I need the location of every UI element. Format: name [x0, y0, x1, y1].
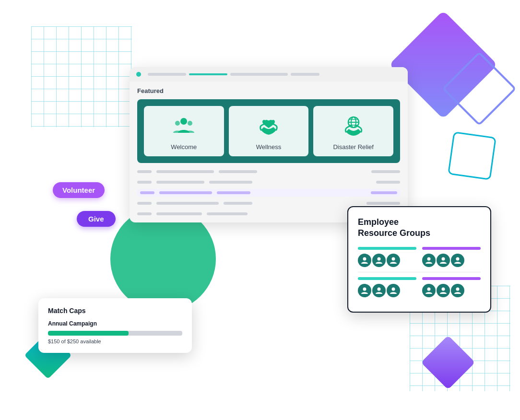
row-icon-placeholder-2 — [137, 181, 152, 184]
row-text-1 — [156, 170, 214, 173]
featured-item-wellness[interactable]: Wellness — [229, 106, 309, 156]
list-row-2 — [137, 178, 400, 186]
header-line-2 — [230, 73, 288, 76]
erg-avatar — [437, 284, 450, 297]
erg-avatars-4 — [422, 284, 481, 297]
erg-avatar — [372, 284, 386, 297]
erg-col-3 — [358, 277, 416, 297]
give-label: Give — [88, 215, 104, 223]
featured-label: Featured — [137, 87, 400, 94]
row-text-12 — [366, 202, 400, 205]
erg-avatar — [422, 284, 436, 297]
svg-point-11 — [378, 257, 381, 260]
svg-point-18 — [392, 287, 395, 291]
row-text-3 — [371, 170, 400, 173]
give-pill[interactable]: Give — [77, 211, 116, 227]
erg-card: Employee Resource Groups — [347, 206, 491, 313]
teal-outline-box-decoration — [448, 131, 496, 180]
svg-point-10 — [363, 257, 366, 260]
disaster-relief-label: Disaster Relief — [333, 143, 374, 151]
featured-section: Featured Welcom — [130, 82, 408, 163]
globe-icon — [341, 114, 366, 139]
row-icon-placeholder — [137, 170, 152, 173]
people-icon — [171, 114, 196, 139]
row-text-2 — [219, 170, 257, 173]
erg-col-1 — [358, 247, 416, 267]
row-text-5 — [209, 181, 252, 184]
erg-avatar — [387, 254, 400, 267]
svg-point-20 — [442, 287, 445, 291]
erg-title-line2: Resource Groups — [358, 228, 430, 238]
header-dot — [136, 72, 141, 77]
svg-rect-0 — [31, 26, 132, 127]
list-row-3 — [137, 189, 400, 197]
erg-title-line1: Employee — [358, 217, 399, 227]
annual-campaign-label: Annual Campaign — [48, 320, 182, 327]
erg-avatar — [451, 254, 464, 267]
row-text-6 — [376, 181, 400, 184]
svg-point-3 — [175, 121, 180, 126]
progress-label: $150 of $250 available — [48, 338, 182, 344]
row-text-14 — [207, 212, 248, 215]
svg-point-21 — [456, 287, 460, 291]
row-text-4 — [156, 181, 204, 184]
header-line-3 — [291, 73, 319, 76]
erg-col-4 — [422, 277, 481, 297]
progress-bar-background — [48, 331, 182, 336]
erg-bar-teal-2 — [358, 277, 416, 280]
erg-bar-teal-1 — [358, 247, 416, 250]
grid-decoration-topleft — [31, 26, 132, 127]
erg-avatar — [358, 284, 371, 297]
match-caps-card: Match Caps Annual Campaign $150 of $250 … — [38, 298, 192, 353]
card-header — [130, 67, 408, 82]
volunteer-pill[interactable]: Volunteer — [53, 182, 105, 198]
row-icon-placeholder-3 — [140, 191, 154, 194]
welcome-label: Welcome — [171, 143, 197, 151]
featured-grid: Welcome Wellness — [137, 99, 400, 163]
main-featured-card: Featured Welcom — [130, 67, 408, 222]
erg-avatar — [387, 284, 400, 297]
svg-point-19 — [427, 287, 431, 291]
svg-point-13 — [427, 257, 431, 260]
erg-bar-purple-1 — [422, 247, 481, 250]
header-lines — [148, 73, 401, 76]
erg-avatars-2 — [422, 254, 481, 267]
erg-avatar — [372, 254, 386, 267]
erg-avatar — [437, 254, 450, 267]
wellness-icon — [256, 114, 281, 139]
erg-avatar — [422, 254, 436, 267]
match-caps-title: Match Caps — [48, 307, 182, 315]
erg-col-2 — [422, 247, 481, 267]
svg-point-2 — [180, 118, 187, 125]
svg-point-15 — [456, 257, 460, 260]
list-row-1 — [137, 168, 400, 175]
erg-row-2 — [358, 277, 481, 297]
wellness-label: Wellness — [256, 143, 282, 151]
row-text-13 — [156, 212, 202, 215]
erg-avatar — [451, 284, 464, 297]
row-icon-placeholder-4 — [137, 202, 152, 205]
header-line-1 — [148, 73, 186, 76]
row-text-9 — [371, 191, 397, 194]
svg-point-12 — [392, 257, 395, 260]
featured-item-disaster[interactable]: Disaster Relief — [313, 106, 393, 156]
progress-bar-fill — [48, 331, 129, 336]
erg-avatar — [358, 254, 371, 267]
row-text-8 — [217, 191, 250, 194]
svg-point-17 — [378, 287, 381, 291]
row-icon-placeholder-5 — [137, 212, 152, 215]
svg-point-14 — [442, 257, 445, 260]
header-line-teal — [189, 73, 227, 75]
row-text-11 — [224, 202, 252, 205]
erg-row-1 — [358, 247, 481, 267]
erg-divider — [358, 272, 481, 272]
row-text-7 — [159, 191, 212, 194]
row-text-10 — [156, 202, 219, 205]
featured-item-welcome[interactable]: Welcome — [144, 106, 224, 156]
svg-point-16 — [363, 287, 366, 291]
volunteer-label: Volunteer — [62, 186, 95, 194]
svg-point-4 — [188, 121, 192, 126]
erg-bar-purple-2 — [422, 277, 481, 280]
erg-title: Employee Resource Groups — [358, 217, 481, 239]
erg-avatars-1 — [358, 254, 416, 267]
